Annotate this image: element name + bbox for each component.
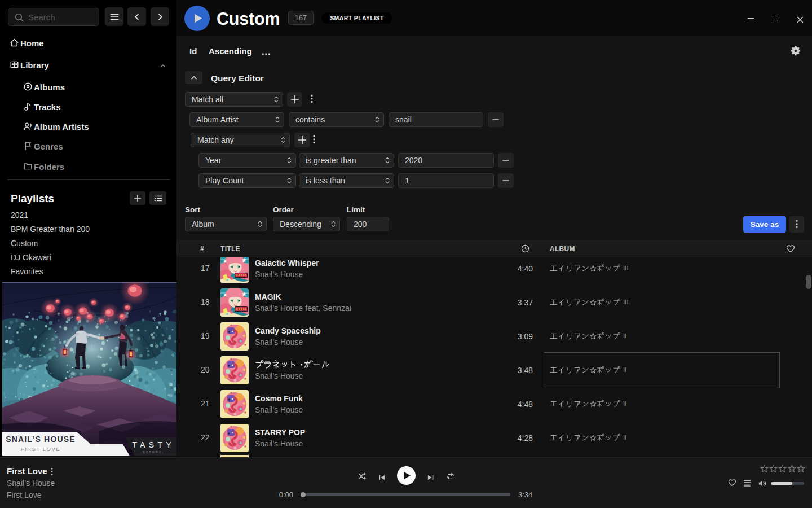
svg-text:BSTMRXI: BSTMRXI — [143, 450, 164, 454]
svg-text:TASTY: TASTY — [132, 440, 175, 449]
svg-text:III: III — [623, 264, 629, 271]
svg-text:III: III — [623, 298, 629, 305]
svg-text:FIRST LOVE: FIRST LOVE — [21, 446, 60, 452]
svg-text:SNAIL’S HOUSE: SNAIL’S HOUSE — [6, 435, 76, 444]
svg-text:II: II — [623, 332, 626, 339]
svg-text:II: II — [623, 400, 626, 407]
svg-text:II: II — [623, 433, 626, 441]
